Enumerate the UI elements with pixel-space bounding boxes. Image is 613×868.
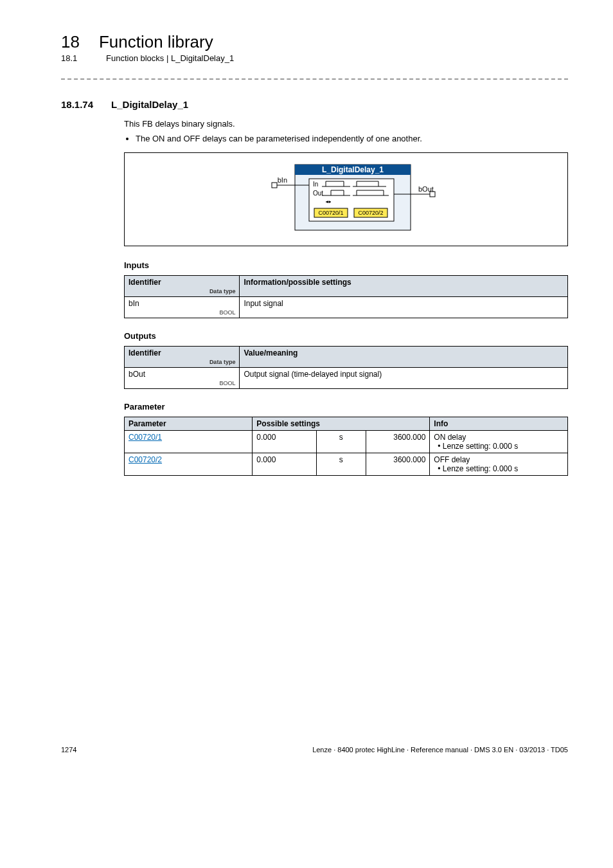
svg-rect-4	[272, 183, 277, 188]
output-info: Output signal (time-delayed input signal…	[240, 368, 568, 389]
chapter-title: Function library	[99, 32, 213, 52]
bullet-text: The ON and OFF delays can be parameteris…	[136, 134, 568, 143]
param-lo: 0.000	[253, 431, 317, 453]
outputs-col1: Identifier	[129, 348, 161, 357]
param-sub: • Lenze setting: 0.000 s	[434, 464, 518, 473]
svg-text:C00720/2: C00720/2	[358, 210, 383, 216]
param-hi: 3600.000	[366, 431, 430, 453]
svg-text:bIn: bIn	[277, 176, 287, 184]
table-row: C00720/1 0.000 s 3600.000 ON delay • Len…	[125, 431, 568, 453]
chapter-number: 18	[61, 32, 80, 52]
table-row: bOut BOOL Output signal (time-delayed in…	[125, 368, 568, 389]
footer-right: Lenze · 8400 protec HighLine · Reference…	[312, 746, 568, 754]
output-datatype: BOOL	[129, 380, 235, 386]
subsection-number: 18.1.74	[61, 99, 93, 110]
svg-text:In: In	[313, 181, 318, 188]
param-col2: Possible settings	[253, 417, 430, 431]
param-link[interactable]: C00720/2	[129, 455, 162, 464]
param-hi: 3600.000	[366, 453, 430, 476]
block-diagram: L_DigitalDelay_1 bIn bOut In Out	[124, 152, 568, 246]
inputs-heading: Inputs	[124, 260, 568, 270]
param-info: ON delay	[434, 433, 466, 442]
table-row: C00720/2 0.000 s 3600.000 OFF delay • Le…	[125, 453, 568, 476]
output-id: bOut	[129, 370, 145, 379]
parameter-heading: Parameter	[124, 402, 568, 411]
outputs-col2: Value/meaning	[240, 347, 568, 368]
param-link[interactable]: C00720/1	[129, 433, 162, 442]
outputs-heading: Outputs	[124, 331, 568, 341]
svg-text:C00720/1: C00720/1	[318, 210, 343, 216]
outputs-table: Identifier Data type Value/meaning bOut …	[124, 346, 568, 389]
param-sub: • Lenze setting: 0.000 s	[434, 442, 518, 451]
svg-text:L_DigitalDelay_1: L_DigitalDelay_1	[321, 165, 383, 174]
parameter-table: Parameter Possible settings Info C00720/…	[124, 417, 568, 476]
input-id: bIn	[129, 299, 139, 308]
section-number: 18.1	[61, 53, 87, 63]
page-number: 1274	[61, 746, 76, 754]
inputs-col1: Identifier	[129, 278, 161, 287]
param-col1: Parameter	[125, 417, 253, 431]
svg-text:bOut: bOut	[418, 185, 434, 193]
param-unit: s	[316, 453, 366, 476]
table-row: bIn BOOL Input signal	[125, 297, 568, 318]
svg-text:Out: Out	[313, 190, 323, 197]
param-lo: 0.000	[253, 453, 317, 476]
param-unit: s	[316, 431, 366, 453]
lead-text: This FB delays binary signals.	[124, 119, 568, 129]
divider	[61, 78, 568, 80]
inputs-col2: Information/possible settings	[240, 276, 568, 297]
input-datatype: BOOL	[129, 309, 235, 316]
param-info: OFF delay	[434, 455, 470, 464]
inputs-col1-sub: Data type	[129, 288, 235, 294]
subsection-title: L_DigitalDelay_1	[111, 99, 188, 110]
outputs-col1-sub: Data type	[129, 359, 235, 365]
inputs-table: Identifier Data type Information/possibl…	[124, 275, 568, 318]
param-col3: Info	[430, 417, 568, 431]
section-subtitle: Function blocks | L_DigitalDelay_1	[106, 53, 234, 63]
input-info: Input signal	[240, 297, 568, 318]
